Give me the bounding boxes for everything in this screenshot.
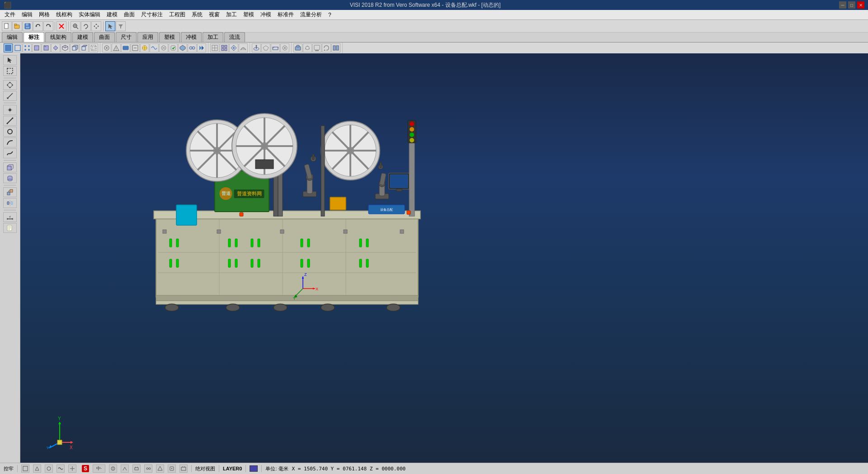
close-button[interactable]: ✕ [857,1,864,9]
status-btn-3[interactable] [121,465,129,473]
menu-flow[interactable]: 流量分析 [297,10,325,19]
sys-btn2[interactable] [303,43,312,52]
zoom-fit-button[interactable] [71,21,80,31]
box-select-btn[interactable] [3,66,17,76]
tab-annotation[interactable]: 标注 [24,32,44,42]
menu-help[interactable]: ? [326,11,334,19]
tab-build[interactable]: 建模 [72,32,93,42]
line-btn[interactable] [3,116,17,126]
color-swatch[interactable] [250,465,258,472]
status-icon-5[interactable] [68,465,76,473]
view-side-btn[interactable] [51,43,60,52]
view-front-btn[interactable] [32,43,41,52]
save-button[interactable] [23,21,33,31]
tab-flow[interactable]: 流流 [224,32,245,42]
shape-wire-btn[interactable] [13,43,22,52]
status-btn-2[interactable] [109,465,117,473]
menu-view[interactable]: 视窗 [206,10,222,19]
minimize-button[interactable]: ─ [839,1,846,9]
select-arrow-btn[interactable] [3,55,17,65]
tab-wireframe[interactable]: 线架构 [45,32,71,42]
arc-btn[interactable] [3,137,17,147]
view-top-btn[interactable] [42,43,51,52]
menu-standard[interactable]: 标准件 [275,10,297,19]
status-btn-4[interactable] [132,465,141,473]
sys-btn5[interactable] [331,43,340,52]
view-btn1[interactable] [210,43,219,52]
menu-punch[interactable]: 冲模 [258,10,274,19]
status-btn-8[interactable] [179,465,188,473]
delete-button[interactable] [57,21,66,31]
wp-btn3[interactable] [271,43,280,52]
shape-solid-btn[interactable] [4,43,13,52]
viewport[interactable]: 设备总配 X Y Z [20,53,868,463]
tab-surface[interactable]: 曲面 [94,32,115,42]
view-cube-top-btn[interactable] [80,43,89,52]
tab-apply[interactable]: 应用 [137,32,158,42]
menu-grid[interactable]: 网格 [36,10,52,19]
solid-cyl-btn[interactable] [3,173,17,183]
menu-build[interactable]: 建模 [104,10,120,19]
tab-dimension[interactable]: 尺寸 [116,32,137,42]
status-icon-1[interactable] [21,465,29,473]
img-adv-btn5[interactable] [140,43,149,52]
dim-btn[interactable]: d [3,212,17,222]
menu-wireframe[interactable]: 线框构 [53,10,75,19]
redo-button[interactable] [43,21,53,31]
solid-box-btn[interactable] [3,162,17,172]
tab-machining[interactable]: 加工 [203,32,223,42]
view-iso-btn[interactable] [61,43,70,52]
spline-btn[interactable] [3,148,17,158]
maximize-button[interactable]: □ [848,1,855,9]
rotate-button[interactable] [81,21,91,31]
note-btn[interactable] [3,223,17,233]
status-icon-2[interactable] [33,465,41,473]
undo-button[interactable] [33,21,43,31]
view-bb-btn[interactable] [89,43,98,52]
img-adv-btn2[interactable] [112,43,121,52]
new-button[interactable] [2,21,12,31]
menu-drawing[interactable]: 工程图 [166,10,188,19]
sys-btn1[interactable] [293,43,302,52]
menu-surface[interactable]: 曲面 [121,10,137,19]
filter-button[interactable] [116,21,126,31]
point-btn[interactable] [3,105,17,115]
mirror-btn[interactable] [3,198,17,208]
status-btn-6[interactable] [156,465,164,473]
img-adv-btn10[interactable] [188,43,197,52]
status-icon-3[interactable] [45,465,53,473]
pan-button[interactable] [91,21,101,31]
view-btn2[interactable] [220,43,229,52]
snap-btn[interactable] [3,80,17,90]
menu-system[interactable]: 系统 [189,10,205,19]
wp-btn4[interactable] [280,43,289,52]
menu-solid-edit[interactable]: 实体编辑 [76,10,103,19]
img-adv-btn6[interactable] [150,43,159,52]
menu-machining[interactable]: 加工 [223,10,240,19]
open-button[interactable] [12,21,22,31]
circle-btn[interactable] [3,127,17,137]
img-adv-btn11[interactable] [197,43,206,52]
measure-btn[interactable] [3,91,17,101]
tab-mold[interactable]: 塑模 [159,32,180,42]
menu-mold[interactable]: 塑模 [241,10,257,19]
sys-btn3[interactable] [312,43,321,52]
status-btn-5[interactable] [144,465,152,473]
wp-btn1[interactable] [252,43,261,52]
status-lang-btn[interactable]: 中· [93,465,105,473]
img-adv-btn7[interactable] [159,43,168,52]
view-btn4[interactable] [239,43,248,52]
tab-edit[interactable]: 编辑 [2,32,23,42]
img-adv-btn8[interactable] [169,43,178,52]
img-adv-btn1[interactable] [102,43,111,52]
view-btn3[interactable] [229,43,238,52]
menu-dimension[interactable]: 尺寸标注 [138,10,165,19]
status-btn-7[interactable] [168,465,176,473]
menu-file[interactable]: 文件 [2,10,18,19]
img-adv-btn3[interactable] [121,43,130,52]
menu-edit[interactable]: 编辑 [19,10,35,19]
status-icon-4[interactable] [57,465,65,473]
img-adv-btn9[interactable] [178,43,187,52]
shape-pts-btn[interactable] [23,43,32,52]
select-button[interactable] [105,21,115,31]
